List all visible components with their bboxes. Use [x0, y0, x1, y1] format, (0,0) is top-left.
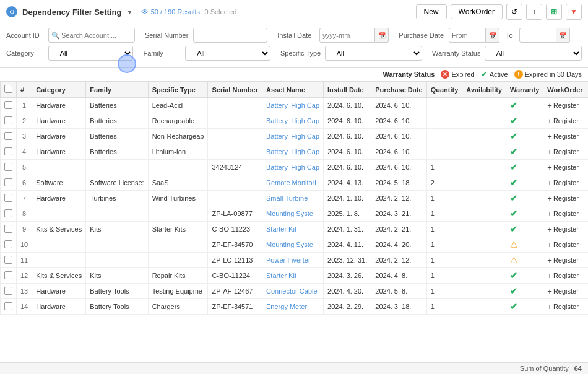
asset-link[interactable]: Battery, High Cap [266, 102, 319, 109]
purchase-from-calendar-button[interactable]: 📅 [486, 28, 499, 43]
asset-link[interactable]: Mounting Syste [266, 210, 313, 217]
asset-link[interactable]: Remote Monitori [266, 179, 316, 186]
col-header-select-all[interactable] [1, 82, 17, 98]
register-button[interactable]: + Register [547, 209, 582, 219]
register-button[interactable]: + Register [547, 178, 582, 188]
asset-link[interactable]: Power Inverter [266, 256, 311, 264]
col-header-asset-name[interactable]: Asset Name [262, 82, 324, 98]
row-asset-name[interactable]: Connector Cable [262, 284, 324, 299]
asset-link[interactable]: Battery, High Cap [266, 117, 319, 124]
row-workorder[interactable]: + Register [543, 237, 587, 253]
workorder-button[interactable]: WorkOrder [451, 4, 503, 19]
filter-button[interactable]: ▼ [566, 4, 582, 20]
asset-link[interactable]: Battery, High Cap [266, 148, 319, 155]
register-button[interactable]: + Register [547, 147, 582, 157]
row-checkbox[interactable] [4, 194, 12, 202]
row-checkbox-cell[interactable] [1, 299, 17, 315]
row-asset-name[interactable]: Power Inverter [262, 253, 324, 268]
row-asset-name[interactable]: Battery, High Cap [262, 98, 324, 113]
refresh-button[interactable]: ↺ [506, 4, 522, 20]
row-workorder[interactable]: + Register [543, 175, 587, 191]
row-checkbox[interactable] [4, 178, 12, 186]
row-workorder[interactable]: + Register [543, 113, 587, 129]
asset-link[interactable]: Small Turbine [266, 194, 308, 202]
row-checkbox-cell[interactable] [1, 222, 17, 237]
row-workorder[interactable]: + Register [543, 299, 587, 315]
row-asset-name[interactable]: Battery, High Cap [262, 144, 324, 160]
register-button[interactable]: + Register [547, 256, 582, 265]
export-excel-button[interactable]: ⊞ [546, 4, 562, 20]
row-checkbox-cell[interactable] [1, 144, 17, 160]
col-header-specific-type[interactable]: Specific Type [148, 82, 208, 98]
row-checkbox-cell[interactable] [1, 160, 17, 175]
asset-link[interactable]: Battery, High Cap [266, 163, 319, 171]
col-header-warranty[interactable]: Warranty [506, 82, 543, 98]
register-button[interactable]: + Register [547, 225, 582, 234]
purchase-from-input[interactable] [449, 28, 486, 43]
col-header-serial-number[interactable]: Serial Number [208, 82, 262, 98]
asset-link[interactable]: Starter Kit [266, 225, 296, 233]
row-checkbox[interactable] [4, 101, 12, 109]
asset-link[interactable]: Battery, High Cap [266, 133, 319, 140]
col-header-category[interactable]: Category [32, 82, 86, 98]
row-workorder[interactable]: + Register [543, 191, 587, 206]
serial-number-input[interactable] [193, 28, 267, 43]
row-asset-name[interactable]: Battery, High Cap [262, 113, 324, 129]
col-header-family[interactable]: Family [86, 82, 148, 98]
row-checkbox[interactable] [4, 163, 12, 171]
asset-link[interactable]: Connector Cable [266, 287, 318, 295]
row-workorder[interactable]: + Register [543, 144, 587, 160]
row-workorder[interactable]: + Register [543, 206, 587, 222]
row-workorder[interactable]: + Register [543, 222, 587, 237]
register-button[interactable]: + Register [547, 101, 582, 110]
col-header-workorder[interactable]: WorkOrder [543, 82, 587, 98]
row-workorder[interactable]: + Register [543, 253, 587, 268]
row-checkbox-cell[interactable] [1, 253, 17, 268]
row-checkbox[interactable] [4, 271, 12, 279]
row-asset-name[interactable]: Energy Meter [262, 299, 324, 315]
account-id-input[interactable] [48, 28, 135, 43]
install-date-input[interactable] [319, 28, 375, 43]
row-checkbox-cell[interactable] [1, 129, 17, 144]
register-button[interactable]: + Register [547, 116, 582, 126]
title-dropdown-icon[interactable]: ▼ [126, 9, 132, 15]
row-workorder[interactable]: + Register [543, 268, 587, 284]
row-asset-name[interactable]: Battery, High Cap [262, 160, 324, 175]
new-button[interactable]: New [416, 4, 447, 19]
register-button[interactable]: + Register [547, 163, 582, 172]
asset-link[interactable]: Mounting Syste [266, 241, 313, 248]
row-checkbox[interactable] [4, 287, 12, 295]
row-asset-name[interactable]: Remote Monitori [262, 175, 324, 191]
asset-link[interactable]: Starter Kit [266, 272, 296, 279]
col-header-install-date[interactable]: Install Date [324, 82, 371, 98]
row-checkbox[interactable] [4, 225, 12, 233]
row-asset-name[interactable]: Battery, High Cap [262, 129, 324, 144]
row-checkbox-cell[interactable] [1, 237, 17, 253]
register-button[interactable]: + Register [547, 287, 582, 296]
register-button[interactable]: + Register [547, 302, 582, 311]
purchase-to-input[interactable] [519, 28, 556, 43]
family-select[interactable]: -- All -- [185, 46, 270, 61]
row-workorder[interactable]: + Register [543, 160, 587, 175]
row-checkbox-cell[interactable] [1, 113, 17, 129]
row-checkbox-cell[interactable] [1, 268, 17, 284]
row-workorder[interactable]: + Register [543, 284, 587, 299]
row-checkbox[interactable] [4, 147, 12, 155]
register-button[interactable]: + Register [547, 271, 582, 280]
row-asset-name[interactable]: Starter Kit [262, 222, 324, 237]
register-button[interactable]: + Register [547, 194, 582, 203]
row-checkbox[interactable] [4, 302, 12, 310]
row-asset-name[interactable]: Mounting Syste [262, 206, 324, 222]
row-checkbox[interactable] [4, 132, 12, 140]
register-button[interactable]: + Register [547, 240, 582, 250]
install-date-calendar-button[interactable]: 📅 [375, 28, 389, 43]
row-checkbox-cell[interactable] [1, 191, 17, 206]
purchase-to-calendar-button[interactable]: 📅 [556, 28, 570, 43]
row-checkbox-cell[interactable] [1, 206, 17, 222]
specific-type-select[interactable]: -- All -- [325, 46, 422, 61]
row-workorder[interactable]: + Register [543, 129, 587, 144]
row-checkbox-cell[interactable] [1, 175, 17, 191]
col-header-quantity[interactable]: Quantity [426, 82, 462, 98]
row-asset-name[interactable]: Mounting Syste [262, 237, 324, 253]
row-checkbox-cell[interactable] [1, 98, 17, 113]
